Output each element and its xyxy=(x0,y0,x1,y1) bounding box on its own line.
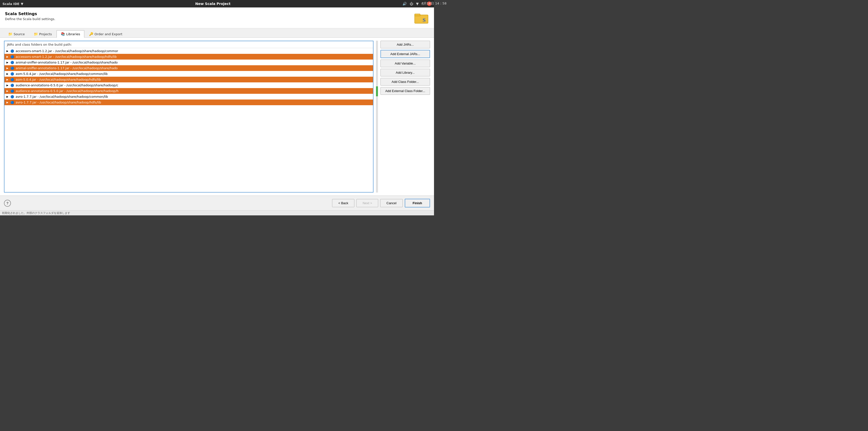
finish-button[interactable]: Finish xyxy=(405,199,430,207)
jar-icon: 🔵 xyxy=(10,101,14,104)
build-path-header: JARs and class folders on the build path… xyxy=(4,41,373,48)
jar-icon: 🔵 xyxy=(10,89,14,93)
list-item[interactable]: ▶ 🔵 audience-annotations-0.5.0.jar - /us… xyxy=(4,88,373,94)
dropdown-arrow-icon: ▼ xyxy=(21,2,23,6)
add-class-folder-button[interactable]: Add Class Folder... xyxy=(380,78,430,86)
list-item[interactable]: ▶ 🔵 asm-5.0.4.jar - /usr/local/hadoop/sh… xyxy=(4,77,373,82)
power-icon: ⏻ xyxy=(410,2,413,6)
expand-arrow-icon: ▶ xyxy=(6,84,9,87)
projects-tab-icon: 📁 xyxy=(34,32,38,36)
list-item[interactable]: ▶ 🔵 avro-1.7.7.jar - /usr/local/hadoop/s… xyxy=(4,99,373,105)
tab-bar: 📁 Source 📁 Projects 📚 Libraries 🔑 Order … xyxy=(0,28,434,38)
expand-arrow-icon: ▶ xyxy=(6,61,9,64)
expand-arrow-icon: ▶ xyxy=(6,101,9,104)
list-item-label: audience-annotations-0.5.0.jar - /usr/lo… xyxy=(16,89,119,93)
volume-icon: 🔊 xyxy=(403,2,407,6)
dialog-subtitle: Define the Scala build settings. xyxy=(5,17,55,21)
tab-source[interactable]: 📁 Source xyxy=(4,30,29,37)
order-export-tab-icon: 🔑 xyxy=(89,32,93,36)
list-item-label: accessors-smart-1.2.jar - /usr/local/had… xyxy=(16,49,118,53)
list-item[interactable]: ▶ 🔵 avro-1.7.7.jar - /usr/local/hadoop/s… xyxy=(4,94,373,99)
build-path-list-wrapper: JARs and class folders on the build path… xyxy=(4,41,373,193)
list-item-label: animal-sniffer-annotations-1.17.jar - /u… xyxy=(16,66,118,70)
status-text: 初期化されました。外部のクラスフォルダを追加します xyxy=(2,211,70,215)
add-external-jars-button[interactable]: Add External JARs... xyxy=(380,50,430,58)
scala-folder-icon: S xyxy=(414,11,429,25)
list-item-label: audience-annotations-0.5.0.jar - /usr/lo… xyxy=(16,83,118,87)
build-path-list[interactable]: ▶ 🔵 accessors-smart-1.2.jar - /usr/local… xyxy=(4,48,373,192)
add-library-button[interactable]: Add Library... xyxy=(380,69,430,77)
tab-libraries[interactable]: 📚 Libraries xyxy=(57,30,84,38)
footer-nav-buttons: < Back Next > Cancel Finish xyxy=(332,199,430,207)
libraries-tab-icon: 📚 xyxy=(61,32,65,36)
folder-svg: S xyxy=(414,11,429,24)
list-item-label: animal-sniffer-annotations-1.17.jar - /u… xyxy=(16,61,118,64)
svg-rect-1 xyxy=(415,14,420,16)
titlebar: Scala IDE ▼ New Scala Project 4月18日 14：5… xyxy=(0,0,434,7)
list-item[interactable]: ▶ 🔵 accessors-smart-1.2.jar - /usr/local… xyxy=(4,54,373,60)
back-button[interactable]: < Back xyxy=(332,199,354,207)
status-bar: 初期化されました。外部のクラスフォルダを追加します xyxy=(0,210,434,216)
list-item-label: accessors-smart-1.2.jar - /usr/local/had… xyxy=(16,55,117,59)
jar-icon: 🔵 xyxy=(10,49,14,53)
window-title: New Scala Project xyxy=(23,2,402,6)
list-item[interactable]: ▶ 🔵 asm-5.0.4.jar - /usr/local/hadoop/sh… xyxy=(4,71,373,77)
tab-order-export-label: Order and Export xyxy=(94,32,122,36)
add-jars-button[interactable]: Add JARs... xyxy=(380,41,430,48)
datetime: 4月18日 14：58 xyxy=(421,1,434,6)
tab-projects-label: Projects xyxy=(39,32,52,36)
expand-arrow-icon: ▶ xyxy=(6,73,9,75)
jar-icon: 🔵 xyxy=(10,95,14,98)
tab-libraries-label: Libraries xyxy=(66,32,80,36)
expand-arrow-icon: ▶ xyxy=(6,50,9,52)
list-item-label: asm-5.0.4.jar - /usr/local/hadoop/share/… xyxy=(16,72,107,76)
list-item-label: asm-5.0.4.jar - /usr/local/hadoop/share/… xyxy=(16,78,101,81)
tab-order-export[interactable]: 🔑 Order and Export xyxy=(85,30,126,37)
dialog-header: Scala Settings Define the Scala build se… xyxy=(0,7,434,28)
list-item[interactable]: ▶ 🔵 accessors-smart-1.2.jar - /usr/local… xyxy=(4,48,373,54)
list-item[interactable]: ▶ 🔵 audience-annotations-0.5.0.jar - /us… xyxy=(4,82,373,88)
dialog-content: JARs and class folders on the build path… xyxy=(0,38,434,196)
jar-icon: 🔵 xyxy=(10,78,14,81)
build-path-container: JARs and class folders on the build path… xyxy=(4,41,430,193)
dialog-header-text: Scala Settings Define the Scala build se… xyxy=(5,11,55,21)
cancel-button[interactable]: Cancel xyxy=(380,199,403,207)
list-item-label: avro-1.7.7.jar - /usr/local/hadoop/share… xyxy=(16,95,108,98)
dialog: Scala Settings Define the Scala build se… xyxy=(0,7,434,216)
list-item[interactable]: ▶ 🔵 animal-sniffer-annotations-1.17.jar … xyxy=(4,65,373,71)
source-tab-icon: 📁 xyxy=(8,32,12,36)
svg-text:S: S xyxy=(423,17,426,23)
scrollbar-thumb[interactable] xyxy=(376,86,378,96)
add-external-class-folder-button[interactable]: Add External Class Folder... xyxy=(380,87,430,95)
app-name-label: Scala IDE xyxy=(2,2,19,6)
expand-arrow-icon: ▶ xyxy=(6,95,9,98)
svg-rect-0 xyxy=(415,15,428,23)
expand-arrow-icon: ▶ xyxy=(6,67,9,69)
add-variable-button[interactable]: Add Variable... xyxy=(380,60,430,67)
app-name[interactable]: Scala IDE ▼ xyxy=(2,2,23,6)
jar-icon: 🔵 xyxy=(10,84,14,87)
dialog-footer: ? < Back Next > Cancel Finish xyxy=(0,196,434,210)
expand-arrow-icon: ▶ xyxy=(6,90,9,92)
jar-icon: 🔵 xyxy=(10,72,14,76)
menu-icon: ▼ xyxy=(416,2,419,6)
list-item-label: avro-1.7.7.jar - /usr/local/hadoop/share… xyxy=(16,100,101,104)
expand-arrow-icon: ▶ xyxy=(6,55,9,58)
help-button[interactable]: ? xyxy=(4,200,11,207)
expand-arrow-icon: ▶ xyxy=(6,78,9,81)
jar-icon: 🔵 xyxy=(10,61,14,64)
buttons-panel: Add JARs... Add External JARs... Add Var… xyxy=(380,41,430,193)
scrollbar[interactable] xyxy=(376,41,378,193)
jar-icon: 🔵 xyxy=(10,66,14,70)
list-item[interactable]: ▶ 🔵 animal-sniffer-annotations-1.17.jar … xyxy=(4,60,373,65)
tab-source-label: Source xyxy=(13,32,25,36)
tab-projects[interactable]: 📁 Projects xyxy=(30,30,56,37)
dialog-title: Scala Settings xyxy=(5,11,55,16)
jar-icon: 🔵 xyxy=(10,55,14,59)
next-button[interactable]: Next > xyxy=(356,199,378,207)
